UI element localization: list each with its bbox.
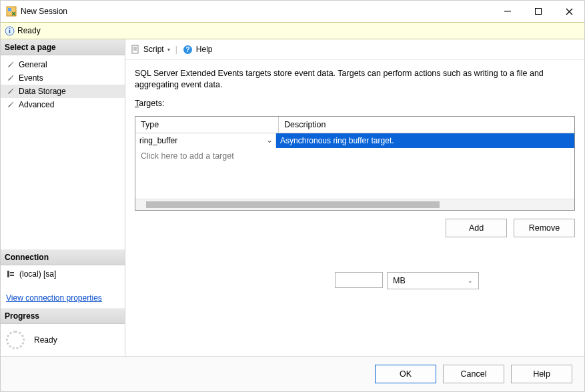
status-strip: Ready bbox=[1, 22, 584, 39]
target-type-cell[interactable]: ring_buffer ⌄ bbox=[135, 133, 276, 148]
new-session-window: New Session Ready Select a page General bbox=[0, 0, 585, 392]
sidebar-item-general[interactable]: General bbox=[1, 58, 125, 71]
progress-spinner-icon bbox=[6, 331, 25, 349]
script-label: Script bbox=[143, 45, 164, 54]
sidebar-item-label: Data Storage bbox=[19, 87, 66, 96]
svg-rect-12 bbox=[132, 45, 138, 53]
sidebar-item-events[interactable]: Events bbox=[1, 71, 125, 85]
page-nav: General Events Data Storage Advanced bbox=[1, 55, 125, 117]
progress-header: Progress bbox=[1, 308, 125, 324]
size-input-row: MB ⌄ bbox=[335, 272, 575, 289]
svg-rect-10 bbox=[10, 272, 14, 273]
page-description: SQL Server Extended Events targets store… bbox=[135, 68, 575, 91]
toolbar: Script ▾ | ? Help bbox=[125, 39, 584, 60]
script-button[interactable]: Script ▾ bbox=[131, 45, 170, 54]
target-description-cell: Asynchronous ring buffer target. bbox=[276, 133, 574, 148]
svg-rect-1 bbox=[8, 8, 11, 11]
remove-button[interactable]: Remove bbox=[514, 219, 575, 237]
size-unit-value: MB bbox=[393, 276, 406, 285]
size-value-input[interactable] bbox=[335, 272, 383, 288]
close-button[interactable] bbox=[554, 1, 584, 22]
app-icon bbox=[6, 6, 17, 17]
cancel-button[interactable]: Cancel bbox=[443, 365, 504, 383]
chevron-down-icon: ⌄ bbox=[468, 277, 473, 284]
sidebar-item-advanced[interactable]: Advanced bbox=[1, 98, 125, 111]
sidebar-item-label: Advanced bbox=[19, 100, 54, 109]
progress-body: Ready bbox=[1, 324, 125, 356]
help-button[interactable]: ? Help bbox=[183, 45, 213, 55]
dialog-footer: OK Cancel Help bbox=[1, 356, 584, 391]
progress-text: Ready bbox=[34, 335, 57, 345]
targets-grid: Type Description ring_buffer ⌄ Asynchron… bbox=[135, 116, 575, 211]
wrench-icon bbox=[6, 87, 15, 96]
scrollbar-thumb[interactable] bbox=[146, 201, 440, 208]
size-unit-select[interactable]: MB ⌄ bbox=[387, 272, 479, 289]
titlebar: New Session bbox=[1, 1, 584, 22]
svg-rect-7 bbox=[9, 28, 11, 29]
dialog-body: Select a page General Events Data Storag… bbox=[1, 39, 584, 356]
info-icon bbox=[5, 26, 15, 36]
toolbar-separator: | bbox=[175, 45, 177, 54]
script-icon bbox=[131, 45, 140, 54]
maximize-button[interactable] bbox=[523, 1, 554, 22]
connection-header: Connection bbox=[1, 249, 125, 265]
minimize-button[interactable] bbox=[492, 1, 523, 22]
column-header-type[interactable]: Type bbox=[135, 117, 279, 133]
svg-rect-3 bbox=[536, 9, 542, 15]
table-row[interactable]: ring_buffer ⌄ Asynchronous ring buffer t… bbox=[135, 133, 574, 148]
connection-text: (local) [sa] bbox=[19, 269, 56, 279]
window-title: New Session bbox=[21, 7, 492, 16]
help-button[interactable]: Help bbox=[511, 365, 572, 383]
connection-info: (local) [sa] bbox=[1, 265, 125, 283]
svg-rect-9 bbox=[7, 271, 9, 277]
sidebar-item-data-storage[interactable]: Data Storage bbox=[1, 85, 125, 98]
sidebar-item-label: Events bbox=[19, 73, 43, 83]
svg-text:?: ? bbox=[185, 46, 189, 53]
wrench-icon bbox=[6, 60, 15, 69]
targets-header-row: Type Description bbox=[135, 117, 574, 133]
svg-rect-8 bbox=[9, 30, 11, 33]
add-target-placeholder[interactable]: Click here to add a target bbox=[135, 148, 574, 164]
svg-rect-11 bbox=[10, 275, 14, 276]
horizontal-scrollbar[interactable] bbox=[135, 199, 574, 210]
column-header-description[interactable]: Description bbox=[279, 117, 574, 133]
help-icon: ? bbox=[183, 45, 193, 55]
content: SQL Server Extended Events targets store… bbox=[125, 60, 584, 356]
add-button[interactable]: Add bbox=[446, 219, 507, 237]
window-controls bbox=[492, 1, 584, 22]
sidebar: Select a page General Events Data Storag… bbox=[1, 39, 125, 356]
wrench-icon bbox=[6, 100, 15, 109]
select-page-header: Select a page bbox=[1, 39, 125, 55]
wrench-icon bbox=[6, 73, 15, 83]
server-icon bbox=[6, 269, 15, 279]
chevron-down-icon[interactable]: ⌄ bbox=[266, 135, 273, 145]
sidebar-item-label: General bbox=[19, 60, 47, 69]
status-text: Ready bbox=[17, 26, 41, 35]
target-type-value: ring_buffer bbox=[139, 136, 177, 145]
ok-button[interactable]: OK bbox=[375, 365, 436, 383]
chevron-down-icon: ▾ bbox=[167, 47, 170, 53]
view-connection-properties-link[interactable]: View connection properties bbox=[6, 293, 102, 303]
main-panel: Script ▾ | ? Help SQL Server Extended Ev… bbox=[125, 39, 584, 356]
help-label: Help bbox=[196, 45, 213, 54]
targets-label: TTargets:argets: bbox=[135, 99, 575, 108]
